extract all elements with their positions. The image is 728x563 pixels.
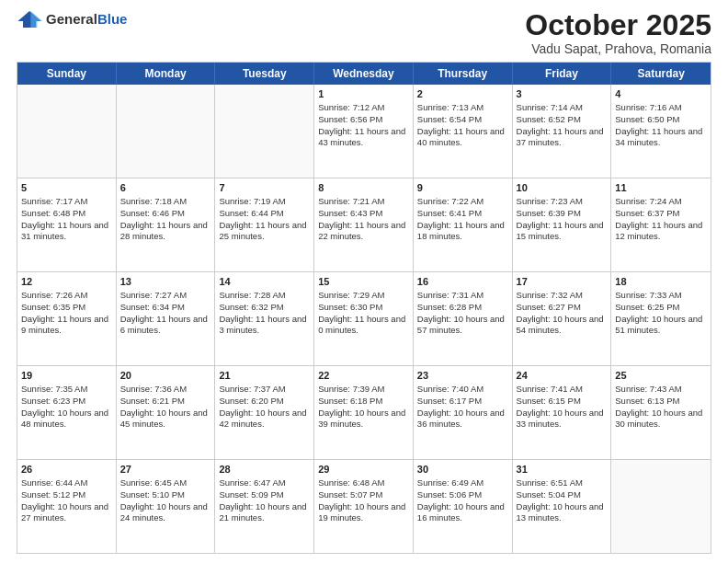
daylight-text: Daylight: 11 hours and 43 minutes. [318,126,409,150]
daylight-text: Daylight: 11 hours and 9 minutes. [21,314,112,338]
day-number: 31 [517,463,608,477]
calendar-row-1: 5Sunrise: 7:17 AMSunset: 6:48 PMDaylight… [17,178,711,271]
daylight-text: Daylight: 10 hours and 36 minutes. [417,408,508,431]
day-number: 19 [21,369,112,383]
daylight-text: Daylight: 10 hours and 16 minutes. [417,501,508,525]
daylight-text: Daylight: 10 hours and 33 minutes. [517,408,608,431]
sunrise-text: Sunrise: 6:51 AM [517,477,608,489]
sunrise-text: Sunrise: 7:21 AM [318,196,409,208]
sunrise-text: Sunrise: 6:48 AM [318,477,409,489]
day-number: 6 [120,181,211,195]
sunrise-text: Sunrise: 7:28 AM [219,290,310,302]
sunrise-text: Sunrise: 7:14 AM [517,102,608,114]
daylight-text: Daylight: 10 hours and 13 minutes. [517,501,608,525]
calendar-cell: 11Sunrise: 7:24 AMSunset: 6:37 PMDayligh… [611,178,711,271]
calendar-cell: 28Sunrise: 6:47 AMSunset: 5:09 PMDayligh… [215,460,314,553]
daylight-text: Daylight: 11 hours and 6 minutes. [120,314,211,338]
sunrise-text: Sunrise: 7:35 AM [21,384,112,396]
daylight-text: Daylight: 10 hours and 24 minutes. [120,501,211,525]
day-number: 10 [517,181,608,195]
day-number: 3 [517,87,608,101]
daylight-text: Daylight: 11 hours and 12 minutes. [615,220,707,244]
logo-icon [17,9,42,29]
sunset-text: Sunset: 5:04 PM [517,489,608,501]
sunset-text: Sunset: 5:07 PM [318,489,409,501]
sunrise-text: Sunrise: 7:24 AM [615,196,707,208]
day-number: 17 [517,275,608,289]
sunset-text: Sunset: 6:35 PM [21,302,112,314]
calendar-cell: 3Sunrise: 7:14 AMSunset: 6:52 PMDaylight… [513,85,612,178]
day-number: 29 [318,463,409,477]
sunset-text: Sunset: 6:18 PM [318,396,409,408]
sunset-text: Sunset: 6:25 PM [615,302,707,314]
day-number: 27 [120,463,211,477]
calendar-cell [215,85,314,178]
day-number: 24 [517,369,608,383]
calendar-row-0: 1Sunrise: 7:12 AMSunset: 6:56 PMDaylight… [17,85,711,178]
sunset-text: Sunset: 6:27 PM [517,302,608,314]
calendar-cell: 10Sunrise: 7:23 AMSunset: 6:39 PMDayligh… [513,178,612,271]
sunset-text: Sunset: 6:52 PM [517,114,608,126]
weekday-tuesday: Tuesday [215,63,314,85]
sunrise-text: Sunrise: 7:16 AM [615,102,707,114]
day-number: 22 [318,369,409,383]
daylight-text: Daylight: 11 hours and 40 minutes. [417,126,508,150]
day-number: 30 [417,463,508,477]
sunrise-text: Sunrise: 6:49 AM [417,477,508,489]
daylight-text: Daylight: 11 hours and 22 minutes. [318,220,409,244]
calendar: Sunday Monday Tuesday Wednesday Thursday… [17,62,711,554]
calendar-cell: 1Sunrise: 7:12 AMSunset: 6:56 PMDaylight… [314,85,414,178]
day-number: 18 [615,275,707,289]
day-number: 23 [417,369,508,383]
sunrise-text: Sunrise: 7:41 AM [517,384,608,396]
calendar-cell: 23Sunrise: 7:40 AMSunset: 6:17 PMDayligh… [414,366,513,459]
daylight-text: Daylight: 11 hours and 34 minutes. [615,126,707,150]
sunrise-text: Sunrise: 7:17 AM [21,196,112,208]
calendar-cell: 14Sunrise: 7:28 AMSunset: 6:32 PMDayligh… [215,272,314,365]
calendar-row-4: 26Sunrise: 6:44 AMSunset: 5:12 PMDayligh… [17,459,711,553]
sunset-text: Sunset: 6:13 PM [615,396,707,408]
calendar-cell: 17Sunrise: 7:32 AMSunset: 6:27 PMDayligh… [513,272,612,365]
sunrise-text: Sunrise: 7:40 AM [417,384,508,396]
calendar-cell: 5Sunrise: 7:17 AMSunset: 6:48 PMDaylight… [17,178,117,271]
sunrise-text: Sunrise: 7:39 AM [318,384,409,396]
month-title: October 2025 [525,9,711,41]
weekday-friday: Friday [513,63,612,85]
weekday-monday: Monday [117,63,216,85]
calendar-cell: 19Sunrise: 7:35 AMSunset: 6:23 PMDayligh… [17,366,117,459]
calendar-cell: 8Sunrise: 7:21 AMSunset: 6:43 PMDaylight… [314,178,414,271]
day-number: 11 [615,181,707,195]
day-number: 9 [417,181,508,195]
day-number: 14 [219,275,310,289]
weekday-saturday: Saturday [611,63,711,85]
sunset-text: Sunset: 6:15 PM [517,396,608,408]
sunset-text: Sunset: 6:30 PM [318,302,409,314]
calendar-row-3: 19Sunrise: 7:35 AMSunset: 6:23 PMDayligh… [17,365,711,459]
day-number: 8 [318,181,409,195]
sunset-text: Sunset: 6:43 PM [318,208,409,220]
calendar-cell [117,85,216,178]
daylight-text: Daylight: 10 hours and 19 minutes. [318,501,409,525]
day-number: 13 [120,275,211,289]
calendar-cell: 25Sunrise: 7:43 AMSunset: 6:13 PMDayligh… [611,366,711,459]
daylight-text: Daylight: 10 hours and 51 minutes. [615,314,707,338]
day-number: 20 [120,369,211,383]
day-number: 4 [615,87,707,101]
sunrise-text: Sunrise: 7:18 AM [120,196,211,208]
location-title: Vadu Sapat, Prahova, Romania [525,41,711,56]
sunrise-text: Sunrise: 7:31 AM [417,290,508,302]
weekday-wednesday: Wednesday [314,63,414,85]
logo: GeneralBlue [17,9,127,29]
sunset-text: Sunset: 6:21 PM [120,396,211,408]
sunset-text: Sunset: 5:10 PM [120,489,211,501]
sunrise-text: Sunrise: 7:33 AM [615,290,707,302]
calendar-cell: 2Sunrise: 7:13 AMSunset: 6:54 PMDaylight… [414,85,513,178]
sunrise-text: Sunrise: 7:13 AM [417,102,508,114]
daylight-text: Daylight: 10 hours and 48 minutes. [21,408,112,431]
calendar-cell: 26Sunrise: 6:44 AMSunset: 5:12 PMDayligh… [17,460,117,553]
page: GeneralBlue October 2025 Vadu Sapat, Pra… [0,0,728,563]
daylight-text: Daylight: 11 hours and 18 minutes. [417,220,508,244]
daylight-text: Daylight: 10 hours and 21 minutes. [219,501,310,525]
day-number: 28 [219,463,310,477]
sunset-text: Sunset: 6:48 PM [21,208,112,220]
